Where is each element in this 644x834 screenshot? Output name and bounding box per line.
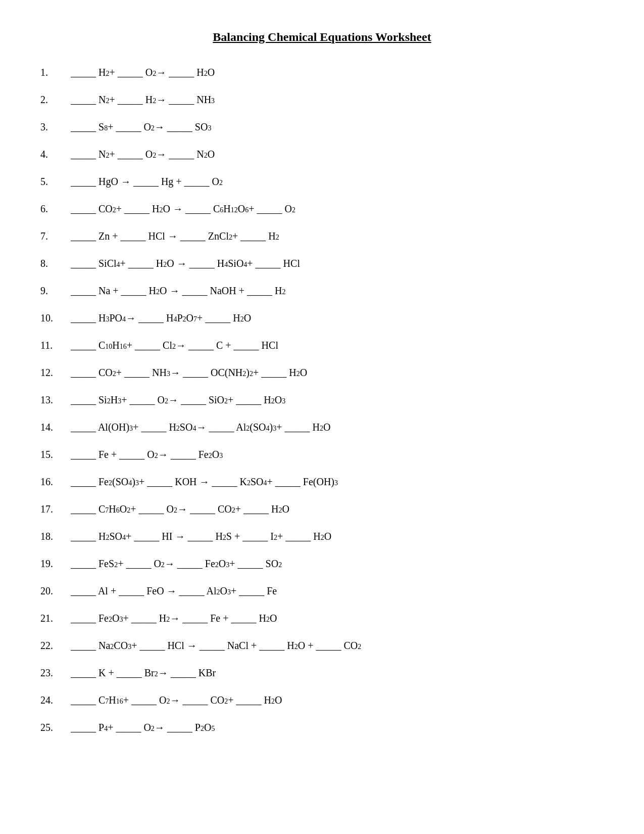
equation-number: 23. <box>40 665 71 681</box>
equation-row: 16._____ Fe2(SO4)3 + _____ KOH → _____ K… <box>40 474 604 490</box>
equation-number: 4. <box>40 146 71 162</box>
equation-number: 1. <box>40 64 71 80</box>
equation-row: 22._____ Na2CO3 + _____ HCl → _____ NaCl… <box>40 637 604 654</box>
equation-row: 1._____ H2 + _____ O2 → _____ H2O <box>40 64 604 80</box>
equation-content: _____ CO2 + _____ NH3 → _____ OC(NH2)2 +… <box>71 364 307 381</box>
equation-row: 23._____ K + _____ Br2 → _____ KBr <box>40 665 604 681</box>
equation-row: 19._____ FeS2 + _____ O2 → _____ Fe2O3 +… <box>40 555 604 572</box>
equation-content: _____ Si2H3 + _____ O2 → _____ SiO2 + __… <box>71 392 285 408</box>
equation-row: 12._____ CO2 + _____ NH3 → _____ OC(NH2)… <box>40 364 604 381</box>
equation-row: 2._____ N2 + _____ H2 → _____ NH3 <box>40 91 604 108</box>
equation-number: 8. <box>40 255 71 271</box>
equation-row: 20._____ Al + _____ FeO → _____ Al2O3 + … <box>40 583 604 599</box>
equation-content: _____ C7H16 + _____ O2 → _____ CO2 + ___… <box>71 692 282 708</box>
equation-number: 10. <box>40 310 71 326</box>
equation-row: 15._____ Fe + _____ O2 → _____ Fe2O3 <box>40 446 604 462</box>
equation-number: 25. <box>40 719 71 735</box>
equation-content: _____ Na + _____ H2O → _____ NaOH + ____… <box>71 283 285 299</box>
equation-number: 22. <box>40 637 71 654</box>
page-title: Balancing Chemical Equations Worksheet <box>40 30 604 44</box>
equation-row: 18._____ H2SO4 + _____ HI → _____ H2S + … <box>40 528 604 544</box>
equation-content: _____ Fe2O3 + _____ H2 → _____ Fe + ____… <box>71 610 277 626</box>
equation-content: _____ H3PO4 → _____ H4P2O7 + _____ H2O <box>71 310 251 326</box>
equation-content: _____ S8 + _____ O2 → _____ SO3 <box>71 119 211 135</box>
equation-number: 24. <box>40 692 71 708</box>
equation-row: 10._____ H3PO4 → _____ H4P2O7 + _____ H2… <box>40 310 604 326</box>
equation-number: 20. <box>40 583 71 599</box>
equation-list: 1._____ H2 + _____ O2 → _____ H2O2._____… <box>40 64 604 735</box>
equation-number: 17. <box>40 501 71 517</box>
equation-row: 25._____ P4 + _____ O2 → _____ P2O5 <box>40 719 604 735</box>
equation-content: _____ Al(OH)3 + _____ H2SO4 → _____ Al2(… <box>71 419 330 435</box>
equation-number: 7. <box>40 228 71 244</box>
equation-number: 9. <box>40 283 71 299</box>
equation-number: 11. <box>40 337 71 353</box>
equation-content: _____ H2 + _____ O2 → _____ H2O <box>71 64 215 80</box>
equation-row: 3._____ S8 + _____ O2 → _____ SO3 <box>40 119 604 135</box>
equation-number: 13. <box>40 392 71 408</box>
equation-number: 21. <box>40 610 71 626</box>
equation-row: 5._____ HgO → _____ Hg + _____ O2 <box>40 173 604 190</box>
equation-content: _____ P4 + _____ O2 → _____ P2O5 <box>71 719 215 735</box>
equation-number: 12. <box>40 364 71 381</box>
equation-content: _____ Na2CO3 + _____ HCl → _____ NaCl + … <box>71 637 361 654</box>
equation-row: 14._____ Al(OH)3 + _____ H2SO4 → _____ A… <box>40 419 604 435</box>
equation-content: _____ Fe2(SO4)3 + _____ KOH → _____ K2SO… <box>71 474 338 490</box>
equation-content: _____ Al + _____ FeO → _____ Al2O3 + ___… <box>71 583 277 599</box>
equation-row: 8._____ SiCl4 + _____ H2O → _____ H4SiO4… <box>40 255 604 271</box>
equation-content: _____ CO2 + _____ H2O → _____ C6H12O6 + … <box>71 201 295 217</box>
equation-content: _____ N2 + _____ O2 → _____ N2O <box>71 146 215 162</box>
equation-content: _____ SiCl4 + _____ H2O → _____ H4SiO4 +… <box>71 255 300 271</box>
equation-number: 16. <box>40 474 71 490</box>
equation-row: 6._____ CO2 + _____ H2O → _____ C6H12O6 … <box>40 201 604 217</box>
equation-row: 21._____ Fe2O3 + _____ H2 → _____ Fe + _… <box>40 610 604 626</box>
equation-row: 7._____ Zn + _____ HCl → _____ ZnCl2 + _… <box>40 228 604 244</box>
equation-content: _____ K + _____ Br2 → _____ KBr <box>71 665 216 681</box>
equation-number: 14. <box>40 419 71 435</box>
equation-content: _____ C10H16 + _____ Cl2 → _____ C + ___… <box>71 337 278 353</box>
equation-row: 9._____ Na + _____ H2O → _____ NaOH + __… <box>40 283 604 299</box>
equation-content: _____ Fe + _____ O2 → _____ Fe2O3 <box>71 446 223 462</box>
equation-content: _____ H2SO4 + _____ HI → _____ H2S + ___… <box>71 528 331 544</box>
equation-number: 19. <box>40 555 71 572</box>
equation-number: 3. <box>40 119 71 135</box>
equation-number: 2. <box>40 91 71 108</box>
equation-number: 6. <box>40 201 71 217</box>
equation-number: 15. <box>40 446 71 462</box>
equation-number: 5. <box>40 173 71 190</box>
equation-content: _____ Zn + _____ HCl → _____ ZnCl2 + ___… <box>71 228 279 244</box>
equation-row: 11._____ C10H16 + _____ Cl2 → _____ C + … <box>40 337 604 353</box>
equation-row: 4._____ N2 + _____ O2 → _____ N2O <box>40 146 604 162</box>
equation-content: _____ FeS2 + _____ O2 → _____ Fe2O3 + __… <box>71 555 282 572</box>
equation-row: 24._____ C7H16 + _____ O2 → _____ CO2 + … <box>40 692 604 708</box>
equation-content: _____ C7H6O2 + _____ O2 → _____ CO2 + __… <box>71 501 289 517</box>
equation-content: _____ HgO → _____ Hg + _____ O2 <box>71 173 223 190</box>
equation-number: 18. <box>40 528 71 544</box>
equation-content: _____ N2 + _____ H2 → _____ NH3 <box>71 91 215 108</box>
equation-row: 13._____ Si2H3 + _____ O2 → _____ SiO2 +… <box>40 392 604 408</box>
equation-row: 17._____ C7H6O2 + _____ O2 → _____ CO2 +… <box>40 501 604 517</box>
